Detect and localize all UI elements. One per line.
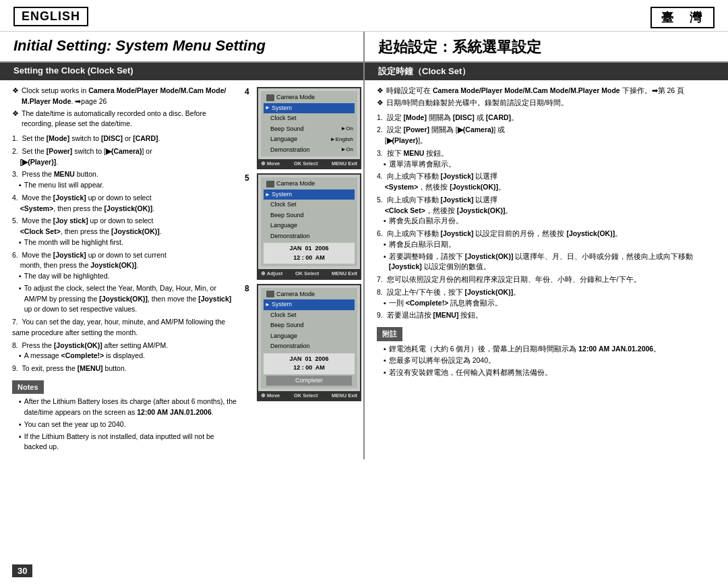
cam-icon-8: [266, 291, 274, 297]
step-8-sub: ▪ A message <Complete!> is displayed.: [19, 351, 238, 361]
right-steps: 1. 設定 [Mode] 開關為 [DISC] 或 [CARD]。 2. 設定 …: [377, 113, 716, 322]
fuhzhu-header: 附註: [377, 327, 402, 341]
page: ENGLISH 臺 灣 Initial Setting: System Menu…: [0, 0, 728, 584]
step-6: 6. Move the [Joystick] up or down to set…: [12, 250, 238, 316]
right-step-7: 7. 您可以依照設定月份的相同程序來設定日期、年份、小時、分鐘和上午/下午。: [377, 274, 716, 285]
page-number: 30: [12, 564, 32, 577]
screen-4-row-cammode: Camera Mode: [264, 92, 355, 103]
right-step-8-sub: ▪ 一則 <Complete!> 訊息將會顯示。: [384, 298, 716, 309]
screen-5-row-clockset: Clock Set: [264, 200, 355, 210]
main-title-right: 起始設定：系統選單設定: [365, 32, 728, 61]
right-step-4: 4. 向上或向下移動 [Joystick] 以選擇 <System>，然後按 […: [377, 171, 716, 193]
taiwan-label: 臺 灣: [650, 7, 715, 28]
screen-4-inner: Camera Mode ► System Clock Set: [261, 91, 357, 156]
step-2: 2. Set the [Power] switch to [▶(Camera)]…: [12, 146, 238, 168]
screen-8-datetime: JAN 01 200612 : 00 AM: [264, 353, 355, 374]
right-step-5: 5. 向上或向下移動 [Joystick] 以選擇 <Clock Set>，然後…: [377, 195, 716, 227]
screen-4-row-clockset: Clock Set: [264, 113, 355, 124]
left-text: ❖ Clock setup works in Camera Mode/Playe…: [12, 86, 238, 454]
screen-8-inner: Camera Mode ► System Clock Set: [261, 288, 357, 389]
screen-8-row-clockset: Clock Set: [264, 310, 355, 321]
right-step-5-sub: ▪ 將會先反白顯示月份。: [384, 216, 716, 227]
screen-8-row-demo: Demonstration: [264, 341, 355, 352]
screen-5-inner: Camera Mode ► System Clock Set: [261, 177, 357, 266]
screen-4-wrapper: 4 Camera Mode ► System: [257, 87, 351, 169]
notes-header: Notes: [12, 380, 44, 395]
screen-8-number: 8: [245, 283, 249, 295]
left-inner: ❖ Clock setup works in Camera Mode/Playe…: [12, 86, 351, 454]
right-bullet-2: ❖ 日期/時間自動錄製於光碟中。錄製前請設定日期/時間。: [377, 98, 716, 109]
screen-8-row-lang: Language: [264, 331, 355, 342]
bullet-text-2: The date/time is automatically recorded …: [22, 109, 238, 130]
step-6-sub-1: ▪ The day will be highlighted.: [19, 271, 238, 282]
step-4: 4. Move the [Joystick] up or down to sel…: [12, 193, 238, 214]
right-step-1: 1. 設定 [Mode] 開關為 [DISC] 或 [CARD]。: [377, 113, 716, 123]
sub-sym-3: ▪: [19, 180, 22, 191]
screen-5-row-lang: Language: [264, 221, 355, 231]
screen-8-row-cammode: Camera Mode: [264, 289, 355, 300]
bullet-1: ❖ Clock setup works in Camera Mode/Playe…: [12, 86, 238, 107]
screen-8-wrapper: 8 Camera Mode ► System: [257, 284, 351, 402]
bullet-text-1: Clock setup works in Camera Mode/Player …: [22, 86, 238, 107]
right-column: ❖ 時鐘設定可在 Camera Mode/Player Mode/M.Cam M…: [365, 80, 728, 459]
step-6-sub-2: ▪ To adjust the clock, select the Year, …: [19, 283, 238, 315]
right-step-2: 2. 設定 [Power] 開關為 [▶(Camera)] 或 [▶(Playe…: [377, 125, 716, 146]
screen-5-datetime: JAN 01 200612 : 00 AM: [264, 243, 355, 264]
right-note-3: ▪ 若沒有安裝鋰電池，任何輸入資料都將無法備份。: [384, 368, 716, 378]
screen-8-row-system: ► System: [264, 299, 355, 310]
screen-4-row-beep: Beep Sound ►On: [264, 124, 355, 135]
right-step-3-sub: ▪ 選單清單將會顯示。: [384, 159, 716, 170]
screen-5-row-system: ► System: [264, 189, 355, 200]
main-title-en: Initial Setting: System Menu Setting: [13, 37, 350, 55]
screen-5-number: 5: [245, 172, 249, 184]
note-3: ▪ If the Lithium Battery is not installe…: [19, 432, 238, 453]
right-note-1: ▪ 鋰電池耗電（大約 6 個月）後，螢幕上的日期/時間顯示為 12:00 AM …: [384, 344, 716, 355]
top-header: ENGLISH 臺 灣: [0, 0, 728, 32]
screen-4-row-system: ► System: [264, 103, 355, 114]
main-title-zh: 起始設定：系統選單設定: [378, 37, 715, 57]
step-7: 7. You can set the day, year, hour, minu…: [12, 317, 238, 339]
screen-5: Camera Mode ► System Clock Set: [257, 173, 361, 279]
bullet-sym-2: ❖: [12, 109, 19, 130]
right-note-2: ▪ 您最多可以將年份設定為 2040。: [384, 355, 716, 366]
cam-icon-4: [266, 94, 274, 101]
section-headers: Setting the Clock (Clock Set) 設定時鐘（Clock…: [0, 63, 728, 80]
section-header-right: 設定時鐘（Clock Set）: [365, 63, 728, 80]
step-5-sub: ▪ The month will be highlight first.: [19, 237, 238, 248]
right-step-6-sub-2: ▪ 若要調整時鐘，請按下 [Joystick(OK)] 以選擇年、月、日、小時或…: [384, 252, 716, 273]
main-title-row: Initial Setting: System Menu Setting 起始設…: [0, 32, 728, 63]
bullet-sym-1: ❖: [12, 86, 19, 107]
left-screens: 4 Camera Mode ► System: [243, 86, 351, 454]
step-3: 3. Press the MENU button. ▪ The menu lis…: [12, 169, 238, 191]
main-title-left: Initial Setting: System Menu Setting: [0, 32, 365, 61]
right-step-6-sub-1: ▪ 將會反白顯示日期。: [384, 239, 716, 250]
bullet-2: ❖ The date/time is automatically recorde…: [12, 109, 238, 130]
english-label: ENGLISH: [13, 7, 88, 26]
screen-5-row-beep: Beep Sound: [264, 210, 355, 221]
screen-4-bar: ⊕ Move OK Select MENU Exit: [258, 159, 360, 168]
screen-4: Camera Mode ► System Clock Set: [257, 87, 361, 169]
step-9: 9. To exit, press the [MENU] button.: [12, 363, 238, 374]
screen-8: Camera Mode ► System Clock Set: [257, 284, 361, 402]
step-8: 8. Press the [Joystick(OK)] after settin…: [12, 341, 238, 362]
content-area: ❖ Clock setup works in Camera Mode/Playe…: [0, 80, 728, 459]
screen-8-complete: Complete!: [266, 376, 352, 386]
screen-5-row-demo: Demonstration: [264, 231, 355, 242]
right-step-3: 3. 按下 MENU 按鈕。 ▪ 選單清單將會顯示。: [377, 148, 716, 170]
screen-5-row-cammode: Camera Mode: [264, 179, 355, 189]
screen-4-row-demo: Demonstration ►On: [264, 145, 355, 156]
note-1: ▪ After the Lithium Battery loses its ch…: [19, 397, 238, 418]
left-column: ❖ Clock setup works in Camera Mode/Playe…: [0, 80, 365, 459]
screen-5-bar: ⊕ Adjust OK Select MENU Exit: [258, 269, 360, 278]
step-1: 1. Set the [Mode] switch to [DISC] or [C…: [12, 134, 238, 144]
screen-4-number: 4: [245, 86, 249, 98]
screen-8-row-beep: Beep Sound: [264, 320, 355, 331]
step-3-sub: ▪ The menu list will appear.: [19, 180, 238, 191]
note-2: ▪ You can set the year up to 2040.: [19, 419, 238, 430]
screen-4-row-lang: Language ►English: [264, 134, 355, 145]
section-header-left: Setting the Clock (Clock Set): [0, 63, 365, 80]
screen-8-bar: ⊕ Move OK Select MENU Exit: [258, 391, 360, 400]
right-step-6: 6. 向上或向下移動 [Joystick] 以設定目前的月份，然後按 [Joys…: [377, 229, 716, 272]
right-step-8: 8. 設定上午/下午後，按下 [Joystick(OK)]。 ▪ 一則 <Com…: [377, 287, 716, 309]
cam-icon-5: [266, 181, 274, 187]
